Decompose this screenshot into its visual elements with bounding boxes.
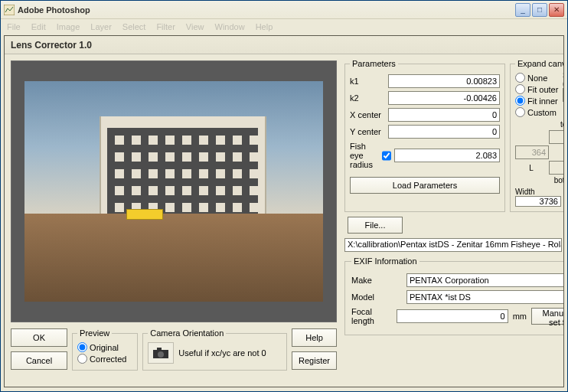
- width-label: Width: [515, 188, 561, 196]
- menubar: File Edit Image Layer Select Filter View…: [1, 19, 567, 34]
- expand-legend: Expand canvas: [515, 59, 563, 68]
- focallength-input[interactable]: [397, 309, 508, 323]
- register-button[interactable]: Register: [292, 351, 337, 370]
- expand-custom-label: Custom: [527, 108, 557, 117]
- menu-file[interactable]: File: [4, 21, 24, 33]
- cancel-button[interactable]: Cancel: [11, 351, 67, 370]
- camera-icon[interactable]: [148, 342, 174, 364]
- ycenter-input[interactable]: [388, 125, 500, 139]
- file-button[interactable]: File...: [348, 217, 403, 234]
- expand-none-radio[interactable]: [515, 73, 525, 83]
- app-title: Adobe Photoshop: [18, 5, 90, 15]
- app-titlebar: Adobe Photoshop _ □ ✕: [1, 1, 567, 19]
- camera-text: Useful if xc/yc are not 0: [178, 348, 282, 358]
- menu-edit[interactable]: Edit: [28, 21, 49, 33]
- bottom-label: bottom: [554, 176, 563, 185]
- ok-button[interactable]: OK: [11, 328, 67, 347]
- make-label: Make: [351, 276, 402, 285]
- preview-legend: Preview: [77, 328, 112, 338]
- preview-corrected-label: Corrected: [90, 354, 126, 364]
- dialog-title: Lens Corrector 1.0: [5, 36, 563, 54]
- k2-input[interactable]: [388, 91, 500, 105]
- mm-label: mm: [513, 312, 527, 321]
- menu-help[interactable]: Help: [253, 21, 276, 33]
- preview-area: [11, 60, 337, 322]
- model-input: [406, 290, 563, 304]
- top-input: [549, 130, 563, 144]
- bottom-input: [549, 161, 563, 175]
- sizelimit-input[interactable]: [563, 88, 563, 102]
- menu-window[interactable]: Window: [212, 21, 248, 33]
- expand-fitinner-radio[interactable]: [515, 96, 525, 106]
- manually-set-button[interactable]: Manually set fo: [531, 308, 563, 325]
- xcenter-label: X center: [350, 110, 385, 119]
- close-button[interactable]: ✕: [549, 3, 564, 17]
- camera-orientation-fieldset: Camera Orientation Useful if xc/yc are n…: [142, 328, 287, 371]
- fisheye-label: Fish eye radius: [350, 142, 379, 169]
- expand-none-label: None: [527, 74, 547, 83]
- menu-image[interactable]: Image: [54, 21, 83, 33]
- l-label: L: [529, 164, 534, 172]
- svg-point-3: [158, 351, 164, 358]
- width-input[interactable]: [515, 196, 561, 207]
- focallength-label: Focal length: [351, 307, 392, 325]
- ycenter-label: Y center: [350, 127, 385, 136]
- maximize-button[interactable]: □: [532, 3, 547, 17]
- menu-layer[interactable]: Layer: [87, 21, 115, 33]
- lens-corrector-dialog: Lens Corrector 1.0 OK Cancel Preview Ori…: [4, 35, 564, 387]
- top-label: top: [560, 120, 563, 129]
- camera-legend: Camera Orientation: [148, 328, 226, 338]
- expand-fitinner-label: Fit inner: [527, 96, 558, 106]
- exif-fieldset: EXIF Information Make Model Focal length…: [344, 256, 563, 335]
- menu-view[interactable]: View: [183, 21, 207, 33]
- fisheye-input[interactable]: [394, 149, 500, 162]
- fisheye-checkbox[interactable]: [382, 151, 391, 161]
- menu-select[interactable]: Select: [119, 21, 149, 33]
- help-button[interactable]: Help: [292, 328, 337, 347]
- expand-custom-radio[interactable]: [515, 107, 525, 117]
- xcenter-input[interactable]: [388, 108, 500, 122]
- file-path: X:\callibration\Pentax istDS - Zenitar 1…: [344, 238, 562, 252]
- expand-canvas-fieldset: Expand canvas None Fit outer Fit inner C…: [510, 59, 563, 212]
- expand-fitouter-label: Fit outer: [527, 85, 558, 94]
- parameters-fieldset: Parameters k1 k2 X center Y center Fish …: [344, 59, 505, 212]
- app-icon: [4, 5, 15, 15]
- model-label: Model: [351, 292, 402, 302]
- exif-legend: EXIF Information: [351, 256, 419, 266]
- parameters-legend: Parameters: [350, 59, 398, 68]
- load-parameters-button[interactable]: Load Parameters: [350, 177, 500, 194]
- make-input: [406, 273, 563, 287]
- sizelimit-label: Size limit (width/height): [563, 71, 563, 88]
- k2-label: k2: [350, 93, 385, 103]
- expand-fitouter-radio[interactable]: [515, 84, 525, 94]
- preview-corrected-radio[interactable]: [77, 354, 87, 364]
- k1-label: k1: [350, 77, 385, 86]
- minimize-button[interactable]: _: [515, 3, 530, 17]
- menu-filter[interactable]: Filter: [153, 21, 178, 33]
- svg-rect-2: [157, 348, 162, 351]
- preview-image: [24, 81, 323, 302]
- k1-input[interactable]: [388, 74, 500, 88]
- left-input: [515, 145, 549, 159]
- preview-fieldset: Preview Original Corrected: [72, 328, 138, 371]
- preview-original-radio[interactable]: [77, 342, 87, 352]
- preview-original-label: Original: [90, 343, 119, 352]
